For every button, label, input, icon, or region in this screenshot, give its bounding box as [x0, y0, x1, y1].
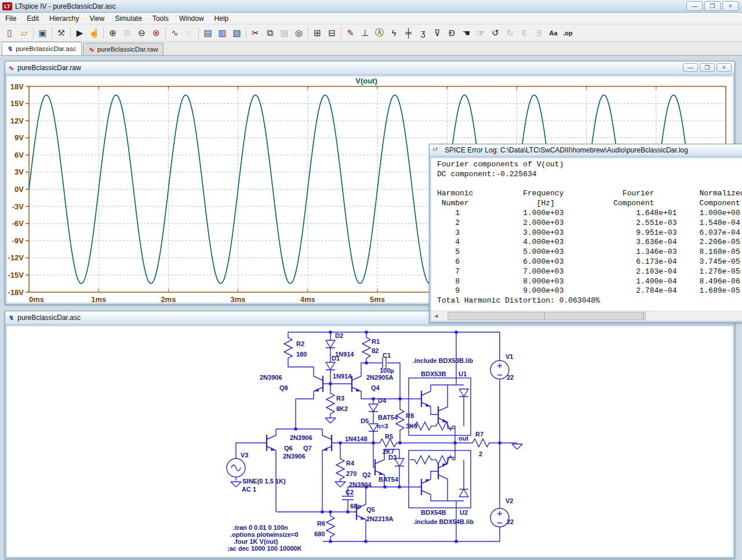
print-icon[interactable]: ⊞	[310, 26, 325, 40]
menu-tools[interactable]: Tools	[147, 13, 174, 24]
scroll-left-arrow[interactable]: ◄	[431, 311, 441, 321]
label-r5[interactable]: R5	[385, 433, 393, 440]
label-v3-value[interactable]: SINE(0 1.5 1K)	[242, 478, 286, 485]
label-q2-model[interactable]: 2N3904	[349, 481, 372, 488]
directive-four[interactable]: .four 1K V(out)	[234, 538, 278, 545]
capacitor-icon[interactable]: ╪	[401, 26, 416, 40]
label-d1[interactable]: D1	[332, 355, 340, 362]
label-r6[interactable]: R6	[317, 520, 325, 527]
label-d1-value[interactable]: 1N914	[333, 373, 352, 380]
resistor-R2[interactable]	[284, 336, 292, 359]
label-v3-ac[interactable]: AC 1	[242, 486, 256, 493]
label-v3[interactable]: V3	[241, 452, 248, 459]
label-d5[interactable]: D5	[361, 417, 369, 424]
tab-waveform[interactable]: ∿ pureBclassicDar.raw	[83, 43, 163, 55]
scrollbar-thumb[interactable]	[448, 312, 646, 320]
label-r2[interactable]: R2	[296, 340, 304, 347]
menu-edit[interactable]: Edit	[21, 13, 44, 24]
label-q7[interactable]: Q7	[303, 445, 312, 452]
label-r1-value[interactable]: 82	[372, 347, 379, 354]
ground-icon[interactable]: ⊥	[358, 26, 372, 40]
cascade-windows-icon[interactable]: ▧	[230, 26, 244, 40]
label-d3-value[interactable]: BAT54	[379, 476, 399, 483]
net-label-icon[interactable]: Ⓐ	[372, 26, 387, 40]
transistor-Q4[interactable]	[352, 370, 361, 398]
label-r2-value[interactable]: 180	[296, 351, 307, 358]
label-q4[interactable]: Q4	[371, 384, 380, 391]
restore-button[interactable]: ❐	[704, 1, 721, 11]
label-d5-param[interactable]: n=3	[377, 423, 388, 430]
label-include-u2[interactable]: .include BDX54B.lib	[413, 518, 474, 525]
component-icon[interactable]: Ð	[445, 26, 459, 40]
close-button[interactable]: ×	[722, 1, 739, 11]
menu-view[interactable]: View	[84, 13, 110, 24]
label-q5-model[interactable]: 2N2219A	[366, 515, 394, 522]
open-file-icon[interactable]: ▱	[17, 26, 31, 40]
directive-options[interactable]: .options plotwinsize=0	[230, 531, 299, 538]
label-v2-value[interactable]: 22	[507, 518, 514, 525]
label-u1-model[interactable]: BDX53B	[421, 370, 446, 377]
menu-simulate[interactable]: Simulate	[110, 13, 147, 24]
label-c2[interactable]: C2	[345, 489, 354, 496]
new-schematic-icon[interactable]: ▯	[2, 26, 17, 40]
print-preview-icon[interactable]: ⊟	[325, 26, 339, 40]
label-pair-model-top[interactable]: 2N3906	[290, 434, 312, 441]
menu-window[interactable]: Window	[174, 13, 209, 24]
waveform-window-titlebar[interactable]: ∿ pureBclassicDar.raw — ❐ ×	[5, 61, 734, 75]
label-u1[interactable]: U1	[459, 370, 467, 377]
error-log-titlebar[interactable]: LT SPICE Error Log: C:\Data\LTC\SwCADIII…	[430, 144, 742, 157]
drag-icon[interactable]: ☞	[474, 26, 488, 40]
autorange-waveform-icon[interactable]: ∿	[168, 26, 182, 40]
transistor-Q7[interactable]	[322, 429, 332, 457]
directive-ac[interactable]: ;ac dec 1000 100 10000K	[227, 545, 301, 552]
tab-schematic[interactable]: ↯ pureBclassicDar.asc	[2, 42, 82, 55]
label-r4-value[interactable]: 270	[346, 470, 357, 477]
copy-icon[interactable]: ⧉	[263, 26, 277, 40]
directive-tran[interactable]: .tran 0 0.01 0 100n	[233, 524, 288, 531]
label-r6-value[interactable]: 680	[314, 530, 325, 537]
label-r7-value[interactable]: 2	[479, 450, 482, 457]
resistor-R7[interactable]	[471, 439, 492, 447]
label-d4[interactable]: D4	[378, 397, 387, 404]
diode-icon[interactable]: ⊽	[430, 26, 445, 40]
label-q2[interactable]: Q2	[362, 471, 371, 478]
label-r4[interactable]: R4	[346, 460, 355, 467]
label-pair-model-bottom[interactable]: 2N3906	[283, 453, 305, 460]
label-r8[interactable]: R8	[406, 412, 414, 419]
inductor-icon[interactable]: ʒ	[416, 26, 430, 40]
capacitor-C2[interactable]	[342, 496, 354, 500]
tile-horizontal-icon[interactable]: ▥	[215, 26, 230, 40]
spice-directive-icon[interactable]: .op	[561, 26, 575, 40]
zoom-in-icon[interactable]: ⊕	[106, 26, 120, 40]
label-q4-model[interactable]: 2N2905A	[366, 374, 394, 381]
zoom-out-icon[interactable]: ⊖	[134, 26, 149, 40]
schematic-canvas[interactable]: R2 180 D2 1N914 D1 1N914 R1 82 C1 100µ 2…	[7, 326, 733, 557]
label-q8-model[interactable]: 2N3906	[260, 374, 282, 381]
label-c2-value[interactable]: 68p	[350, 503, 361, 510]
diode-D2[interactable]	[326, 340, 335, 348]
label-q6[interactable]: Q6	[284, 445, 293, 452]
label-v1[interactable]: V1	[505, 353, 513, 360]
label-v1-value[interactable]: 22	[507, 374, 514, 381]
label-r7[interactable]: R7	[475, 431, 483, 438]
label-c1[interactable]: C1	[383, 352, 391, 359]
minimize-button[interactable]: —	[686, 1, 703, 11]
restore-button[interactable]: ❐	[700, 63, 715, 72]
label-d3[interactable]: D3	[388, 454, 397, 461]
resistor-R4[interactable]	[336, 457, 344, 480]
label-net-out[interactable]: out	[459, 435, 468, 442]
label-d2[interactable]: D2	[335, 332, 343, 339]
wire-pencil-icon[interactable]: ✎	[343, 26, 358, 40]
move-icon[interactable]: ☚	[459, 26, 474, 40]
find-icon[interactable]: ◎	[292, 26, 306, 40]
zoom-full-extents-icon[interactable]: ⊗	[149, 26, 163, 40]
resistor-R1[interactable]	[362, 336, 370, 359]
voltage-source-V3[interactable]	[227, 459, 245, 477]
label-d4-value[interactable]: BAT54	[378, 414, 398, 421]
resistor-icon[interactable]: ϟ	[387, 26, 401, 40]
label-u2[interactable]: U2	[460, 509, 468, 516]
diode-D1[interactable]	[326, 362, 335, 370]
label-include-u1[interactable]: .include BDX53B.lib	[413, 357, 473, 364]
minimize-button[interactable]: —	[683, 63, 698, 72]
save-icon[interactable]: ▣	[35, 26, 50, 40]
